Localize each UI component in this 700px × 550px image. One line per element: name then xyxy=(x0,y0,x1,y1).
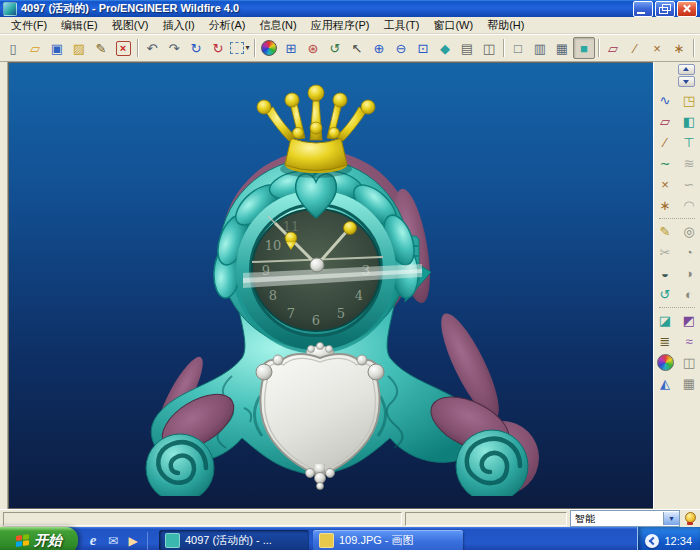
select-items-button[interactable]: ↖ xyxy=(346,37,368,59)
orient-mode-button[interactable]: ↺ xyxy=(324,37,346,59)
merge-tool-button[interactable]: ◪ xyxy=(656,311,675,330)
datum-plane-tool-button[interactable]: ▱ xyxy=(656,112,675,131)
style-tool-button[interactable]: ∽ xyxy=(680,175,699,194)
toolbar-separator xyxy=(503,39,504,57)
menu-window[interactable]: 窗口(W) xyxy=(426,18,480,33)
draft-tool-button[interactable]: ◐ xyxy=(680,285,699,304)
boundary-blend-tool-button[interactable]: ≋ xyxy=(680,154,699,173)
menu-view[interactable]: 视图(V) xyxy=(105,18,156,33)
selection-filter-combo[interactable]: 智能 ▾ xyxy=(570,510,680,527)
appearance-color-button[interactable]: ◆ xyxy=(434,37,456,59)
windows-flag-icon xyxy=(16,534,29,547)
saved-view-list-button[interactable]: ◫ xyxy=(478,37,500,59)
internet-explorer-icon[interactable]: e xyxy=(85,533,101,549)
top-toolbar: ▯ ▱ ▣ ▨ ✎ × ↶ ↷ ↻ ↻ ▾ ⊞ ⊛ ↺ ↖ ⊕ ⊖ ⊡ ◆ ▤ … xyxy=(0,34,700,62)
erase-not-displayed-button[interactable]: ▨ xyxy=(68,37,90,59)
shaded-display-button[interactable]: ■ xyxy=(573,37,595,59)
start-label: 开始 xyxy=(34,532,62,550)
start-button[interactable]: 开始 xyxy=(0,527,78,550)
project-tool-button[interactable]: ◒ xyxy=(656,264,675,283)
menu-insert[interactable]: 插入(I) xyxy=(155,18,201,33)
scroll-up-button[interactable] xyxy=(678,64,695,75)
undo-button[interactable]: ↶ xyxy=(141,37,163,59)
menu-info[interactable]: 信息(N) xyxy=(252,18,303,33)
repaint-button[interactable]: ⊞ xyxy=(280,37,302,59)
mirror-tool-button[interactable]: ◫ xyxy=(680,353,699,372)
warp-tool-button[interactable]: ◠ xyxy=(680,196,699,215)
datum-axis-tool-button[interactable]: ∕ xyxy=(656,133,675,152)
menu-analysis[interactable]: 分析(A) xyxy=(202,18,253,33)
open-file-button[interactable]: ▱ xyxy=(24,37,46,59)
color-wheel-button[interactable] xyxy=(258,37,280,59)
round-tool-button[interactable]: ◩ xyxy=(680,311,699,330)
spin-center-button[interactable]: ⊛ xyxy=(302,37,324,59)
dropdown-arrow-icon: ▾ xyxy=(245,44,249,52)
tray-clock[interactable]: 12:34 xyxy=(664,535,692,547)
restore-button[interactable] xyxy=(655,1,675,17)
save-file-button[interactable]: ▣ xyxy=(46,37,68,59)
new-file-button[interactable]: ▯ xyxy=(2,37,24,59)
variable-section-sweep-tool-button[interactable]: ⊤ xyxy=(680,133,699,152)
curve-tool-button[interactable]: ∼ xyxy=(656,154,675,173)
3d-viewport[interactable]: 11 10 9 8 7 6 5 4 3 xyxy=(8,62,653,509)
taskbar-item-paint[interactable]: 109.JPG - 画图 xyxy=(313,530,463,550)
sketched-curve-tool-button[interactable]: ✎ xyxy=(656,222,675,241)
message-area xyxy=(3,512,402,526)
quick-launch-divider xyxy=(147,532,148,550)
hide-icons-chevron[interactable] xyxy=(645,534,659,548)
clock-number: 8 xyxy=(269,288,277,303)
appearance-ball-icon xyxy=(657,354,674,371)
extrude-tool-button[interactable]: ◳ xyxy=(680,91,699,110)
refit-object-button[interactable]: ⊡ xyxy=(412,37,434,59)
close-window-button[interactable]: × xyxy=(112,37,134,59)
combo-dropdown-icon[interactable]: ▾ xyxy=(663,512,679,525)
datum-point-tool-button[interactable]: × xyxy=(656,175,675,194)
clock-number: 4 xyxy=(355,288,363,303)
toolchest-separator xyxy=(659,307,695,308)
menu-tools[interactable]: 工具(T) xyxy=(376,18,426,33)
datum-csys-toggle-button[interactable]: ∗ xyxy=(668,37,690,59)
wireframe-display-button[interactable]: □ xyxy=(507,37,529,59)
edit-properties-button[interactable]: ✎ xyxy=(90,37,112,59)
close-button[interactable] xyxy=(677,1,697,17)
selection-filter-value: 智能 xyxy=(571,512,663,526)
render-tool-button[interactable]: ◭ xyxy=(656,374,675,393)
zoom-out-button[interactable]: ⊖ xyxy=(390,37,412,59)
scroll-down-button[interactable] xyxy=(678,76,695,87)
datum-axis-toggle-button[interactable]: ∕ xyxy=(624,37,646,59)
outlook-express-icon[interactable]: ✉ xyxy=(105,533,121,549)
menu-file[interactable]: 文件(F) xyxy=(4,18,54,33)
appearance-gallery-tool-button[interactable] xyxy=(656,353,675,372)
use-edge-tool-button[interactable]: ✂ xyxy=(656,243,675,262)
regenerate-button[interactable]: ↻ xyxy=(185,37,207,59)
zoom-in-button[interactable]: ⊕ xyxy=(368,37,390,59)
system-tray: 12:34 xyxy=(637,527,700,550)
minimize-button[interactable] xyxy=(633,1,653,17)
datum-csys-tool-button[interactable]: ∗ xyxy=(656,196,675,215)
sketch-tool-button[interactable]: ∿ xyxy=(656,91,675,110)
redo-button[interactable]: ↷ xyxy=(163,37,185,59)
selection-filter-button[interactable]: ▾ xyxy=(229,37,251,59)
media-player-icon[interactable]: ▶ xyxy=(125,533,141,549)
menu-applications[interactable]: 应用程序(P) xyxy=(304,18,377,33)
hole-tool-button[interactable]: ◎ xyxy=(680,222,699,241)
menu-help[interactable]: 帮助(H) xyxy=(480,18,531,33)
no-hidden-display-button[interactable]: ▦ xyxy=(551,37,573,59)
regenerate-manager-button[interactable]: ↻ xyxy=(207,37,229,59)
datum-point-toggle-button[interactable]: × xyxy=(646,37,668,59)
menu-edit[interactable]: 编辑(E) xyxy=(54,18,105,33)
clock-3d-model[interactable]: 11 10 9 8 7 6 5 4 3 xyxy=(140,66,560,496)
chamfer-tool-button[interactable]: ≈ xyxy=(680,332,699,351)
shell-tool-button[interactable]: ◔ xyxy=(680,243,699,262)
rib-tool-button[interactable]: ◑ xyxy=(680,264,699,283)
view-manager-button[interactable]: ▤ xyxy=(456,37,478,59)
copy-geometry-tool-button[interactable]: ◧ xyxy=(680,112,699,131)
wrap-tool-button[interactable]: ↺ xyxy=(656,285,675,304)
pattern-tool-button[interactable]: ▦ xyxy=(680,374,699,393)
status-indicator-icon[interactable] xyxy=(685,512,695,525)
relations-tool-button[interactable]: ≣ xyxy=(656,332,675,351)
clock-number: 5 xyxy=(337,306,345,321)
taskbar-item-proe[interactable]: 4097 (活动的) - ... xyxy=(159,530,309,550)
hidden-line-display-button[interactable]: ▥ xyxy=(529,37,551,59)
datum-plane-toggle-button[interactable]: ▱ xyxy=(602,37,624,59)
